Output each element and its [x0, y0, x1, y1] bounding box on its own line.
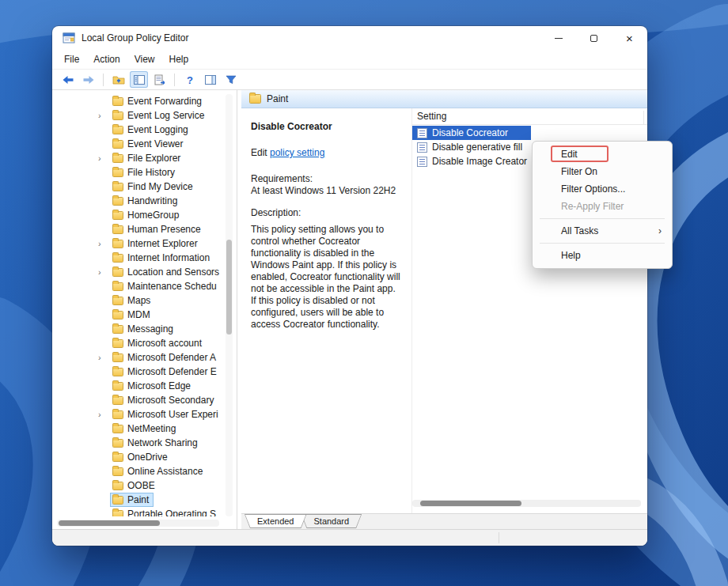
folder-icon: [112, 225, 123, 234]
context-menu-item-label: Re-Apply Filter: [561, 201, 624, 212]
actionpane-icon: [204, 74, 217, 86]
tree-item-handwriting[interactable]: Handwriting: [52, 194, 223, 208]
menu-file[interactable]: File: [57, 51, 86, 68]
tree-item-microsoft-user-experi[interactable]: ›Microsoft User Experi: [52, 407, 223, 422]
show-console-tree-button[interactable]: [130, 71, 148, 88]
context-menu-item-label: Help: [561, 250, 581, 261]
settings-horizontal-scrollbar[interactable]: [412, 500, 641, 507]
tree-item-label: Event Viewer: [127, 138, 183, 149]
tree-item-netmeeting[interactable]: NetMeeting: [52, 422, 223, 436]
chevron-right-icon[interactable]: ›: [98, 267, 110, 277]
setting-column-header[interactable]: Setting: [412, 108, 647, 125]
tree-item-homegroup[interactable]: HomeGroup: [52, 208, 223, 222]
policy-setting-link[interactable]: policy setting: [270, 147, 324, 158]
tab-extended[interactable]: Extended: [245, 514, 306, 528]
folder-icon: [112, 496, 123, 505]
tree-item-onedrive[interactable]: OneDrive: [52, 450, 223, 464]
tree-item-human-presence[interactable]: Human Presence: [52, 222, 223, 236]
policy-title: Disable Cocreator: [251, 121, 400, 133]
tree-item-oobe[interactable]: OOBE: [52, 478, 223, 493]
tree-item-network-sharing[interactable]: Network Sharing: [52, 436, 223, 450]
up-one-level-button[interactable]: [109, 71, 127, 88]
tree-item-file-explorer[interactable]: ›File Explorer: [52, 151, 223, 165]
chevron-right-icon[interactable]: ›: [98, 153, 110, 163]
status-bar-divider: [499, 532, 499, 543]
titlebar: Local Group Policy Editor ×: [52, 26, 647, 50]
context-menu-item-edit[interactable]: Edit: [533, 146, 672, 163]
tree-item-microsoft-defender-a[interactable]: ›Microsoft Defender A: [52, 350, 223, 365]
tree-vertical-scrollbar[interactable]: [226, 94, 233, 516]
upfolder-icon: [112, 74, 125, 86]
tree-item-internet-explorer[interactable]: ›Internet Explorer: [52, 236, 223, 251]
tree-item-label: Internet Information: [127, 252, 210, 263]
tree-item-messaging[interactable]: Messaging: [52, 322, 223, 336]
tree-item-label: Portable Operating S: [127, 508, 216, 516]
tree-item-location-and-sensors[interactable]: ›Location and Sensors: [52, 265, 223, 279]
folder-icon: [112, 211, 123, 220]
menu-action[interactable]: Action: [86, 51, 127, 68]
tree-item-label: Network Sharing: [127, 437, 198, 448]
back-button[interactable]: [59, 71, 77, 88]
context-menu-item-all-tasks[interactable]: All Tasks›: [533, 222, 672, 240]
tree-item-event-logging[interactable]: Event Logging: [52, 123, 223, 137]
context-menu-item-label: Filter Options...: [561, 183, 625, 195]
tree-item-maps[interactable]: Maps: [52, 293, 223, 308]
tree-item-mdm[interactable]: MDM: [52, 308, 223, 322]
setting-item-disable-cocreator[interactable]: Disable Cocreator: [412, 126, 531, 140]
chevron-right-icon[interactable]: ›: [98, 111, 110, 120]
context-menu-item-filter-on[interactable]: Filter On: [533, 163, 672, 180]
filter-button[interactable]: [222, 71, 240, 88]
tree-item-find-my-device[interactable]: Find My Device: [52, 180, 223, 194]
tree-item-event-log-service[interactable]: ›Event Log Service: [52, 108, 223, 123]
folder-icon: [112, 268, 123, 277]
close-icon: ×: [626, 32, 633, 44]
tree-pane: Event Forwarding›Event Log ServiceEvent …: [52, 90, 237, 529]
tree-item-online-assistance[interactable]: Online Assistance: [52, 464, 223, 478]
tree-item-microsoft-defender-e[interactable]: Microsoft Defender E: [52, 365, 223, 379]
tree-item-microsoft-edge[interactable]: Microsoft Edge: [52, 379, 223, 393]
policy-icon: [417, 142, 427, 153]
tab-standard[interactable]: Standard: [301, 514, 362, 528]
tree-item-label: Microsoft Secondary: [127, 395, 214, 406]
policy-icon: [417, 128, 427, 138]
menu-help[interactable]: Help: [162, 51, 196, 68]
help-icon: ?: [184, 74, 196, 86]
tree-vertical-scrollbar-thumb[interactable]: [226, 240, 232, 335]
chevron-right-icon[interactable]: ›: [98, 353, 110, 362]
exportlist-icon: [154, 74, 166, 86]
menu-view[interactable]: View: [127, 51, 162, 68]
requirements-value: At least Windows 11 Version 22H2: [251, 185, 400, 197]
tree-item-label: Paint: [127, 494, 149, 505]
tree-item-maintenance-schedu[interactable]: Maintenance Schedu: [52, 279, 223, 293]
tree-item-microsoft-account[interactable]: Microsoft account: [52, 336, 223, 350]
help-button[interactable]: ?: [180, 71, 199, 88]
tree-horizontal-scrollbar[interactable]: [57, 520, 219, 527]
minimize-button[interactable]: [540, 26, 576, 50]
tree-item-internet-information[interactable]: Internet Information: [52, 251, 223, 265]
tree-horizontal-scrollbar-thumb[interactable]: [59, 520, 160, 526]
maximize-button[interactable]: [576, 26, 612, 50]
chevron-right-icon[interactable]: ›: [98, 239, 110, 248]
tree-item-paint[interactable]: Paint: [52, 493, 223, 507]
export-list-button[interactable]: [150, 71, 169, 88]
close-button[interactable]: ×: [612, 26, 647, 50]
context-menu-item-label: All Tasks: [561, 225, 598, 236]
tree-item-microsoft-secondary[interactable]: Microsoft Secondary: [52, 393, 223, 407]
settings-horizontal-scrollbar-thumb[interactable]: [420, 501, 521, 506]
tree-item-event-forwarding[interactable]: Event Forwarding: [52, 94, 223, 108]
folder-icon: [112, 368, 123, 376]
chevron-right-icon[interactable]: ›: [98, 410, 110, 419]
forward-button[interactable]: [79, 71, 97, 88]
show-action-pane-button[interactable]: [201, 71, 219, 88]
tree-item-portable-operating-s[interactable]: Portable Operating S: [52, 507, 223, 516]
folder-icon: [112, 453, 123, 462]
consoletree-icon: [133, 74, 146, 86]
svg-text:?: ?: [187, 74, 193, 86]
tree-item-label: HomeGroup: [127, 210, 179, 221]
context-menu-item-filter-options[interactable]: Filter Options...: [533, 180, 672, 198]
tree-item-file-history[interactable]: File History: [52, 165, 223, 180]
tree-item-event-viewer[interactable]: Event Viewer: [52, 137, 223, 151]
context-menu-item-help[interactable]: Help: [533, 247, 672, 264]
tree-item-label: Event Log Service: [127, 110, 204, 121]
tree-item-label: OOBE: [127, 480, 155, 491]
